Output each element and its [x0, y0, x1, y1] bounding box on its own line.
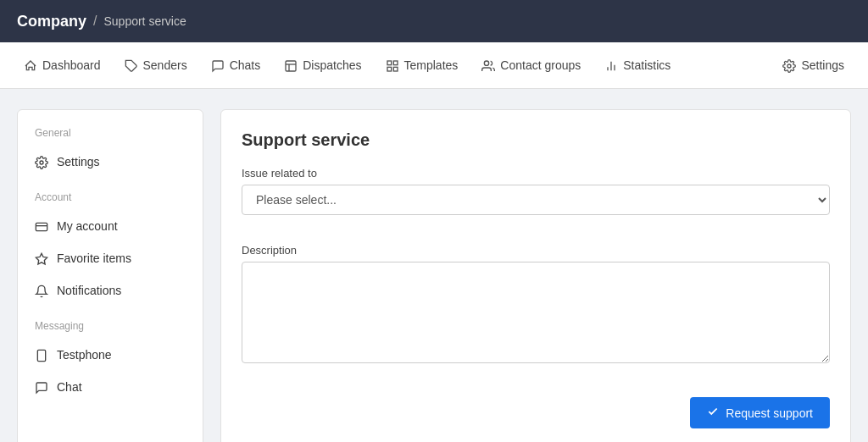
form-footer: Request support [242, 397, 830, 428]
home-icon [24, 58, 37, 73]
sidebar-item-my-account[interactable]: My account [18, 210, 203, 242]
nav-item-statistics[interactable]: Statistics [594, 51, 681, 80]
sidebar-settings-label: Settings [57, 155, 100, 169]
nav-item-dispatches[interactable]: Dispatches [274, 51, 371, 80]
nav-label-contact-groups: Contact groups [500, 58, 581, 72]
page-subtitle: Support service [103, 14, 186, 28]
nav-label-senders: Senders [143, 58, 187, 72]
nav-item-chats[interactable]: Chats [201, 51, 271, 80]
issue-form-group: Issue related to Please select... [242, 167, 830, 230]
nav-item-senders[interactable]: Senders [114, 51, 198, 80]
nav-label-dispatches: Dispatches [303, 58, 361, 72]
contacts-icon [481, 58, 495, 73]
sidebar-item-favorite-items[interactable]: Favorite items [18, 242, 203, 274]
nav-item-settings[interactable]: Settings [772, 51, 854, 80]
nav-item-dashboard[interactable]: Dashboard [14, 51, 111, 80]
chat-icon [211, 58, 225, 73]
sidebar-item-notifications[interactable]: Notifications [18, 274, 203, 307]
sidebar-testphone-label: Testphone [57, 348, 112, 362]
svg-rect-14 [36, 223, 47, 230]
svg-point-8 [485, 61, 489, 65]
svg-rect-7 [387, 67, 392, 71]
sidebar-my-account-label: My account [57, 219, 118, 233]
topbar: Company / Support service [0, 0, 868, 42]
nav-item-contact-groups[interactable]: Contact groups [471, 51, 591, 80]
sidebar-favorite-items-label: Favorite items [57, 251, 131, 265]
sidebar-item-settings[interactable]: Settings [18, 146, 203, 178]
svg-rect-6 [393, 67, 398, 71]
nav-label-dashboard: Dashboard [42, 58, 101, 72]
description-label: Description [242, 244, 830, 257]
templates-icon [386, 58, 399, 73]
nav-label-templates: Templates [404, 58, 459, 72]
check-icon [707, 406, 719, 420]
sidebar: General Settings Account My account [17, 109, 203, 442]
sidebar-chat-label: Chat [57, 380, 82, 394]
nav-label-chats: Chats [230, 58, 261, 72]
issue-select[interactable]: Please select... [242, 185, 830, 215]
chat2-icon [35, 379, 48, 395]
stats-icon [604, 58, 618, 73]
issue-label: Issue related to [242, 167, 830, 180]
breadcrumb-sep: / [93, 14, 97, 29]
svg-rect-1 [286, 61, 296, 71]
main-container: General Settings Account My account [0, 89, 868, 442]
sidebar-item-chat[interactable]: Chat [18, 371, 203, 403]
request-support-button[interactable]: Request support [690, 397, 830, 428]
svg-marker-16 [36, 253, 47, 264]
card-icon [35, 218, 48, 234]
svg-point-12 [787, 64, 791, 68]
request-support-label: Request support [726, 406, 813, 420]
dispatch-icon [284, 58, 298, 73]
svg-rect-4 [387, 61, 392, 65]
sidebar-section-general: General [18, 127, 203, 146]
svg-point-13 [40, 161, 43, 164]
brand: Company / Support service [17, 13, 186, 30]
description-form-group: Description [242, 244, 830, 367]
description-textarea[interactable] [242, 262, 830, 363]
page-title: Support service [242, 130, 830, 150]
tag-icon [125, 58, 138, 73]
gear-icon [782, 58, 796, 73]
sidebar-section-account: Account [18, 191, 203, 210]
sidebar-section-messaging: Messaging [18, 320, 203, 339]
sidebar-notifications-label: Notifications [57, 284, 121, 297]
nav-label-statistics: Statistics [623, 58, 670, 72]
content-panel: Support service Issue related to Please … [220, 109, 851, 442]
bell-icon [35, 283, 48, 298]
company-name: Company [17, 13, 86, 30]
star-icon [35, 251, 48, 266]
phone-icon [35, 347, 48, 362]
nav-label-settings: Settings [801, 58, 844, 72]
nav-item-templates[interactable]: Templates [376, 51, 469, 80]
settings-icon [35, 154, 48, 169]
svg-rect-5 [393, 61, 398, 65]
sidebar-item-testphone[interactable]: Testphone [18, 339, 203, 371]
navbar: Dashboard Senders Chats Dispatches [0, 42, 868, 89]
